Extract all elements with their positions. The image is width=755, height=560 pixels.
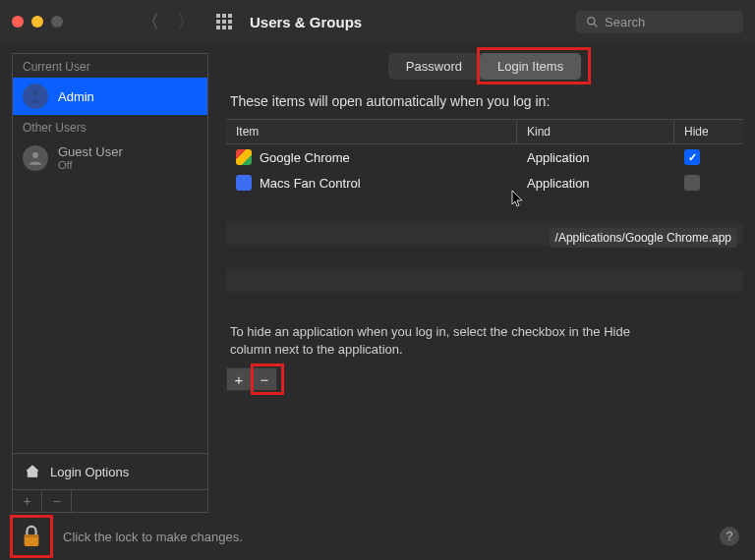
sidebar-add-remove: + − [13,489,207,512]
hide-hint-text: To hide an application when you log in, … [230,323,643,358]
main-panel: Password Login Items These items will op… [226,53,743,513]
sidebar-user-admin[interactable]: Admin [13,78,207,115]
back-button[interactable]: 〈 [142,10,159,33]
item-kind: Application [517,173,674,194]
col-kind[interactable]: Kind [517,120,674,143]
remove-login-item-button[interactable]: − [252,367,277,391]
home-icon [25,464,40,479]
forward-button[interactable]: 〉 [177,10,195,33]
svg-point-3 [32,152,38,158]
titlebar: 〈 〉 Users & Groups Search [0,0,755,43]
tab-login-items[interactable]: Login Items [480,53,581,80]
add-login-item-button[interactable]: + [226,367,252,391]
login-items-description: These items will open automatically when… [230,93,743,109]
login-items-add-remove: + − [226,367,743,391]
login-options-label: Login Options [50,465,129,479]
path-tooltip: /Applications/Google Chrome.app [550,228,737,248]
item-kind: Application [517,147,674,168]
item-name: Google Chrome [260,150,350,165]
zoom-window-icon[interactable] [51,16,63,28]
login-items-table: Item Kind Hide Google Chrome Application… [226,119,743,196]
login-options-button[interactable]: Login Options [13,453,207,489]
search-icon [586,16,599,28]
svg-line-1 [594,24,597,27]
window-traffic-lights[interactable] [12,16,63,28]
avatar-icon [23,145,48,171]
user-status: Off [58,159,123,171]
svg-point-2 [32,90,38,96]
minimize-window-icon[interactable] [31,16,43,28]
user-name: Guest User [58,144,123,159]
current-user-label: Current User [13,54,207,78]
users-sidebar: Current User Admin Other Users Guest Use… [12,53,208,513]
footer: Click the lock to make changes. ? [0,513,755,560]
app-icon [236,149,252,165]
hide-checkbox[interactable] [684,149,700,165]
help-button[interactable]: ? [720,527,739,546]
add-user-button[interactable]: + [13,490,42,512]
tab-password[interactable]: Password [388,53,480,80]
col-hide[interactable]: Hide [674,120,743,143]
other-users-label: Other Users [13,115,207,139]
tab-group: Password Login Items [388,53,581,80]
col-item[interactable]: Item [226,120,517,143]
all-prefs-grid-icon[interactable] [216,14,232,29]
item-name: Macs Fan Control [260,176,361,191]
app-icon [236,175,252,191]
search-field[interactable]: Search [576,11,743,33]
avatar-icon [23,84,48,109]
hide-checkbox[interactable] [684,175,700,191]
svg-point-0 [588,17,595,24]
close-window-icon[interactable] [12,16,24,28]
table-row[interactable]: Google Chrome Application [226,144,743,170]
highlight-lock [10,515,53,558]
lock-hint-text: Click the lock to make changes. [63,530,243,544]
remove-user-button[interactable]: − [42,490,72,512]
user-name: Admin [58,89,94,104]
table-row[interactable]: Macs Fan Control Application [226,170,743,196]
search-placeholder: Search [605,15,645,29]
window-title: Users & Groups [250,14,362,30]
sidebar-user-guest[interactable]: Guest User Off [13,139,207,177]
